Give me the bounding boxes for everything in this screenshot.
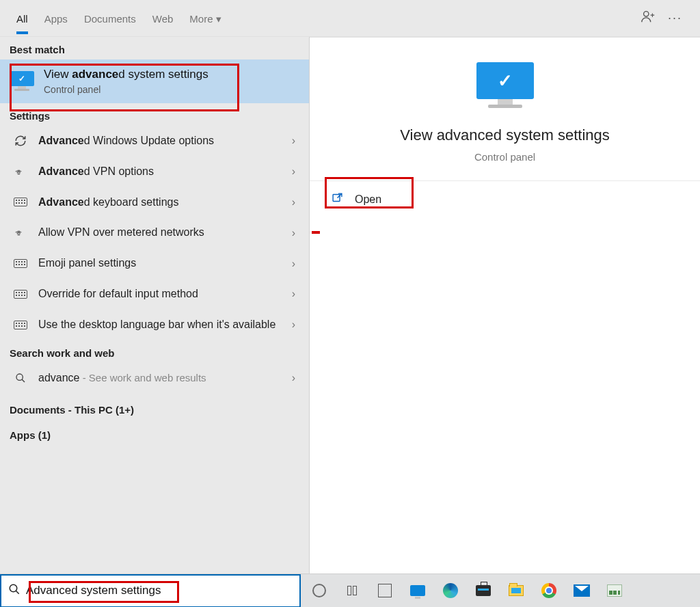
- system-settings-icon: [10, 71, 34, 92]
- svg-rect-3: [333, 195, 340, 202]
- web-search-label: advance - See work and web results: [38, 371, 282, 386]
- chevron-right-icon: ›: [292, 288, 299, 300]
- best-match-title: View advanced system settings: [44, 68, 208, 81]
- search-tabs-bar: All Apps Documents Web More▾ ···: [0, 0, 700, 37]
- settings-item-label: Allow VPN over metered networks: [38, 226, 282, 240]
- open-action[interactable]: Open: [310, 181, 700, 218]
- performance-monitor-icon[interactable]: [606, 582, 623, 599]
- best-match-subtitle: Control panel: [44, 84, 208, 95]
- settings-item-label: Advanced keyboard settings: [38, 195, 282, 210]
- open-icon: [330, 192, 344, 207]
- svg-point-1: [16, 374, 23, 380]
- tab-documents[interactable]: Documents: [76, 2, 144, 34]
- keyboard-icon: [12, 290, 29, 299]
- vpn-icon: ᯤ: [12, 166, 29, 178]
- search-icon: [12, 373, 29, 383]
- svg-line-5: [16, 591, 19, 594]
- settings-item-label: Advanced Windows Update options: [38, 134, 282, 148]
- monitor-icon[interactable]: [409, 582, 427, 599]
- section-settings: Settings: [0, 103, 309, 126]
- svg-point-0: [644, 12, 649, 16]
- taskbar-search-box[interactable]: [0, 574, 301, 608]
- settings-item-keyboard[interactable]: Advanced keyboard settings ›: [0, 187, 309, 218]
- settings-item-label: Override for default input method: [38, 287, 282, 301]
- svg-line-2: [22, 379, 25, 382]
- task-view-icon[interactable]: [343, 582, 361, 599]
- settings-item-emoji-panel[interactable]: Emoji panel settings ›: [0, 248, 309, 279]
- tab-web[interactable]: Web: [144, 2, 182, 34]
- search-results-panel: Best match View advanced system settings…: [0, 37, 310, 574]
- chevron-right-icon: ›: [292, 258, 299, 270]
- web-search-item[interactable]: advance - See work and web results ›: [0, 363, 309, 394]
- settings-item-windows-update[interactable]: Advanced Windows Update options ›: [0, 126, 309, 157]
- preview-title: View advanced system settings: [400, 126, 610, 144]
- tab-apps[interactable]: Apps: [36, 2, 76, 34]
- section-apps[interactable]: Apps (1): [0, 420, 309, 445]
- account-icon[interactable]: [641, 9, 656, 27]
- refresh-icon: [12, 135, 29, 147]
- taskbar: [0, 574, 700, 607]
- chevron-right-icon: ›: [292, 196, 299, 208]
- cortana-icon[interactable]: [310, 582, 328, 599]
- settings-item-input-method[interactable]: Override for default input method ›: [0, 279, 309, 310]
- chevron-right-icon: ›: [292, 372, 299, 384]
- settings-item-label: Advanced VPN options: [38, 165, 282, 179]
- annotation-mark: [312, 231, 320, 234]
- tab-all[interactable]: All: [8, 2, 36, 34]
- store-icon[interactable]: [474, 582, 492, 599]
- settings-item-label: Use the desktop language bar when it's a…: [38, 318, 282, 332]
- tab-more[interactable]: More▾: [181, 2, 229, 35]
- keyboard-icon: [12, 198, 29, 206]
- settings-item-vpn-metered[interactable]: ᯤ Allow VPN over metered networks ›: [0, 217, 309, 248]
- section-best-match: Best match: [0, 37, 309, 59]
- system-settings-icon: [476, 62, 534, 113]
- more-options-icon[interactable]: ···: [668, 11, 682, 25]
- search-input[interactable]: [26, 584, 294, 597]
- result-preview-pane: View advanced system settings Control pa…: [310, 37, 700, 574]
- section-documents[interactable]: Documents - This PC (1+): [0, 393, 309, 420]
- chevron-right-icon: ›: [292, 227, 299, 239]
- section-search-work-web: Search work and web: [0, 340, 309, 363]
- chevron-right-icon: ›: [292, 135, 299, 147]
- preview-subtitle: Control panel: [474, 151, 535, 163]
- chevron-down-icon: ▾: [216, 13, 221, 25]
- chevron-right-icon: ›: [292, 319, 299, 331]
- edge-icon[interactable]: [442, 582, 459, 599]
- app-icon[interactable]: [376, 582, 394, 599]
- settings-results-list: Advanced Windows Update options › ᯤ Adva…: [0, 126, 309, 340]
- search-icon: [8, 583, 21, 598]
- open-label: Open: [355, 193, 381, 206]
- keyboard-icon: [12, 259, 29, 268]
- vpn-icon: ᯤ: [12, 227, 29, 239]
- chrome-icon[interactable]: [540, 582, 558, 599]
- mail-icon[interactable]: [573, 582, 591, 599]
- file-explorer-icon[interactable]: [507, 582, 525, 599]
- keyboard-icon: [12, 321, 29, 329]
- settings-item-language-bar[interactable]: Use the desktop language bar when it's a…: [0, 310, 309, 340]
- settings-item-label: Emoji panel settings: [38, 256, 282, 271]
- chevron-right-icon: ›: [292, 165, 299, 178]
- svg-point-4: [10, 584, 17, 592]
- taskbar-icons: [301, 582, 700, 599]
- best-match-result[interactable]: View advanced system settings Control pa…: [0, 59, 309, 103]
- settings-item-vpn-options[interactable]: ᯤ Advanced VPN options ›: [0, 157, 309, 187]
